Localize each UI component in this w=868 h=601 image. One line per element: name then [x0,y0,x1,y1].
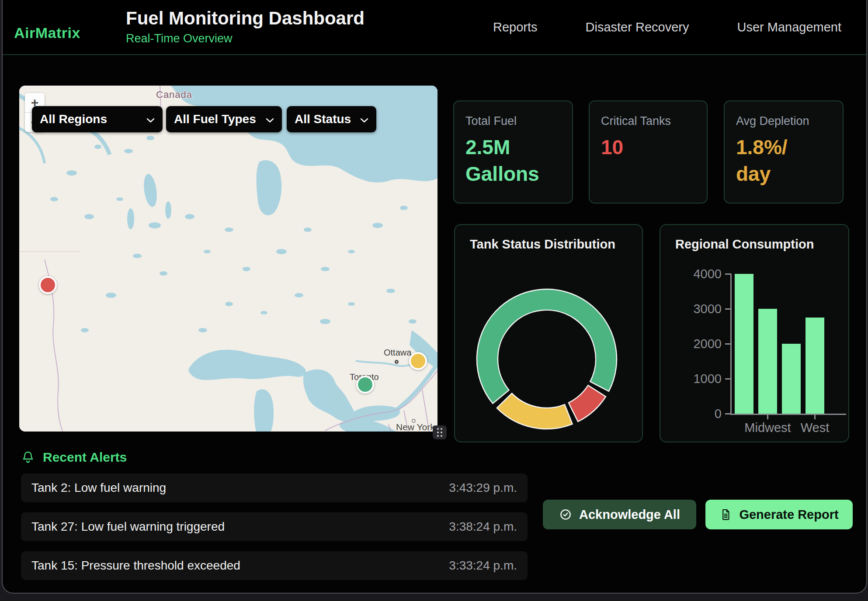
chevron-down-icon [360,112,368,126]
nav-item-user-management[interactable]: User Management [737,20,841,35]
alert-timestamp: 3:33:24 p.m. [449,559,517,573]
title-block: Fuel Monitoring Dashboard Real-Time Over… [126,7,365,46]
chevron-down-icon [146,112,155,126]
bell-icon [21,450,35,464]
tank-status-donut-chart [455,225,644,442]
alert-message: Tank 2: Low fuel warning [31,481,166,495]
nav-item-disaster-recovery[interactable]: Disaster Recovery [586,20,689,35]
map-marker-normal[interactable] [356,376,374,394]
map-marker-critical[interactable] [39,276,57,294]
recent-alerts-heading: Recent Alerts [21,450,127,465]
filter-all-fuel-types[interactable]: All Fuel Types [166,106,282,132]
stat-value: 2.5M Gallons [465,134,561,187]
document-icon [719,508,732,521]
alert-row[interactable]: Tank 2: Low fuel warning3:43:29 p.m. [21,473,528,502]
filter-label: All Regions [40,112,107,126]
stat-label: Avg Depletion [736,114,831,128]
acknowledge-all-label: Acknowledge All [579,508,680,522]
stat-label: Critical Tanks [601,114,695,128]
x-tick-mark [767,415,768,419]
stat-label: Total Fuel [465,114,561,128]
resize-handle[interactable] [433,425,447,439]
header: AirMatrix Fuel Monitoring Dashboard Real… [3,0,866,55]
alert-message: Tank 27: Low fuel warning triggered [31,520,225,534]
stat-card-avg-depletion: Avg Depletion1.8%/ day [724,100,844,204]
alert-timestamp: 3:38:24 p.m. [449,520,517,534]
dashboard-container: AirMatrix Fuel Monitoring Dashboard Real… [2,0,867,594]
new-york-town-dot [412,419,416,423]
x-tick-label-west: West [780,421,850,435]
regional-consumption-bar-chart [730,274,846,415]
y-tick-label: 0 [660,407,722,421]
regional-consumption-panel: Regional Consumption 01000200030004000 M… [660,224,849,442]
y-tick-label: 4000 [660,267,722,281]
bar-region-3 [782,344,801,414]
y-tick-label: 3000 [660,302,722,316]
x-tick-mark [814,415,816,419]
bar-midwest [758,309,777,414]
chevron-down-icon [266,112,274,126]
panel-title: Regional Consumption [675,237,814,252]
map-label-canada: Canada [156,89,192,100]
filter-all-regions[interactable]: All Regions [32,106,163,132]
donut-segment-normal [477,289,617,404]
page-subtitle: Real-Time Overview [126,31,365,46]
acknowledge-all-button[interactable]: Acknowledge All [543,500,696,529]
y-tick-label: 2000 [660,337,722,351]
brand-logo: AirMatrix [14,24,80,41]
donut-segment-critical [569,385,606,421]
check-circle-icon [559,508,572,521]
main-nav: ReportsDisaster RecoveryUser Management [493,0,841,54]
map-panel[interactable]: Canada Ottawa Toronto New York + − All R… [19,86,437,432]
alert-timestamp: 3:43:29 p.m. [449,481,517,495]
alert-message: Tank 15: Pressure threshold exceeded [31,559,240,573]
donut-segment-warning [497,394,573,429]
alert-row[interactable]: Tank 27: Low fuel warning triggered3:38:… [21,512,528,541]
filter-all-status[interactable]: All Status [287,106,376,132]
filter-label: All Status [295,112,351,126]
map-marker-warning[interactable] [409,352,427,370]
y-tick-label: 1000 [660,372,722,386]
map-label-new-york: New York [396,422,435,432]
tank-status-panel: Tank Status Distribution [454,224,643,442]
map-label-ottawa: Ottawa [384,348,411,358]
bar-west [806,318,824,414]
ottawa-town-dot [395,360,399,364]
generate-report-button[interactable]: Generate Report [705,500,853,529]
stat-card-critical-tanks: Critical Tanks10 [589,100,708,204]
page-title: Fuel Monitoring Dashboard [126,7,365,30]
recent-alerts-title: Recent Alerts [43,450,127,465]
bar-region-1 [735,274,753,414]
stat-value: 10 [601,134,695,161]
filter-label: All Fuel Types [174,112,256,126]
nav-item-reports[interactable]: Reports [493,20,538,35]
alert-row[interactable]: Tank 15: Pressure threshold exceeded3:33… [21,551,528,580]
stat-card-total-fuel: Total Fuel2.5M Gallons [453,100,573,204]
stat-value: 1.8%/ day [736,134,831,187]
generate-report-label: Generate Report [739,508,838,522]
